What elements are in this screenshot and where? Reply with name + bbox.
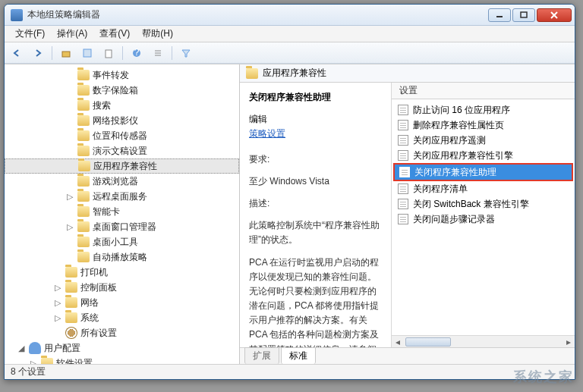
svg-rect-6 — [106, 50, 112, 58]
requirements-value: 至少 Windows Vista — [249, 174, 382, 189]
tree-item[interactable]: ▷软件设置 — [5, 356, 239, 364]
highlight-box: 关闭程序兼容性助理 — [393, 163, 573, 181]
tree-item[interactable]: ▷网络 — [5, 295, 239, 310]
help-button[interactable]: ? — [128, 45, 146, 61]
description-column: 关闭程序兼容性助理 编辑 策略设置 要求: 至少 Windows Vista 描… — [240, 83, 392, 347]
minimize-button[interactable] — [488, 8, 511, 22]
tree-item[interactable]: ▷远程桌面服务 — [5, 189, 239, 204]
list-item[interactable]: 关闭程序清单 — [393, 181, 573, 196]
forward-button[interactable] — [29, 45, 47, 61]
settings-list[interactable]: 防止访问 16 位应用程序删除程序兼容性属性页关闭应用程序遥测关闭应用程序兼容性… — [392, 99, 575, 335]
tab-standard[interactable]: 标准 — [281, 347, 316, 364]
content: 事件转发数字保险箱搜索网络投影仪位置和传感器演示文稿设置应用程序兼容性游戏浏览器… — [5, 64, 575, 364]
tree-expander-icon[interactable]: ▷ — [29, 359, 38, 365]
menu-action[interactable]: 操作(A) — [51, 26, 93, 42]
tree-item[interactable]: 桌面小工具 — [5, 234, 239, 249]
scroll-left-arrow[interactable]: ◂ — [392, 337, 404, 347]
folder-icon — [77, 206, 90, 217]
tree-item[interactable]: 智能卡 — [5, 204, 239, 219]
list-item[interactable]: 关闭 SwitchBack 兼容性引擎 — [393, 196, 573, 212]
export-button[interactable] — [99, 45, 118, 61]
view-tabs: 扩展 标准 — [240, 347, 575, 364]
folder-up-button[interactable] — [57, 45, 75, 61]
policy-icon — [398, 150, 408, 161]
column-header-settings[interactable]: 设置 — [392, 83, 575, 99]
list-item-label: 防止访问 16 位应用程序 — [413, 104, 510, 117]
tree-item[interactable]: ▷控制面板 — [5, 280, 239, 295]
scroll-right-arrow[interactable]: ▸ — [563, 337, 575, 347]
list-item-label: 删除程序兼容性属性页 — [413, 119, 504, 132]
status-text: 8 个设置 — [11, 365, 46, 378]
tree-item[interactable]: 网络投影仪 — [5, 113, 239, 128]
window-buttons — [487, 8, 572, 22]
svg-text:?: ? — [134, 48, 140, 58]
tree-item[interactable]: ▷系统 — [5, 310, 239, 325]
list-button[interactable] — [149, 45, 167, 61]
list-item[interactable]: 关闭应用程序遥测 — [393, 133, 573, 148]
tree-expander-icon[interactable]: ▷ — [53, 313, 62, 323]
details-header-title: 应用程序兼容性 — [263, 67, 326, 80]
properties-button[interactable] — [78, 45, 96, 61]
tree-item[interactable]: 所有设置 — [5, 325, 239, 340]
tree-expander-icon[interactable]: ◢ — [17, 343, 26, 353]
tree-item-label: 桌面小工具 — [93, 236, 138, 249]
menubar: 文件(F) 操作(A) 查看(V) 帮助(H) — [5, 26, 575, 42]
folder-icon — [77, 176, 90, 187]
tree-item[interactable]: 应用程序兼容性 — [5, 158, 239, 174]
tree-item[interactable]: ◢用户配置 — [5, 340, 239, 356]
tree-item[interactable]: 自动播放策略 — [5, 249, 239, 265]
tree-item[interactable]: 打印机 — [5, 265, 239, 280]
filter-button[interactable] — [177, 45, 195, 61]
tree-item-label: 演示文稿设置 — [93, 145, 147, 158]
tree-expander-icon[interactable]: ▷ — [53, 283, 62, 293]
close-button[interactable] — [537, 8, 572, 22]
tree-item-label: 位置和传感器 — [93, 130, 147, 143]
edit-policy-link[interactable]: 策略设置 — [249, 127, 382, 141]
tree-item-label: 搜索 — [93, 99, 111, 112]
list-item[interactable]: 关闭问题步骤记录器 — [393, 212, 573, 227]
tree-item[interactable]: 游戏浏览器 — [5, 174, 239, 189]
list-item[interactable]: 删除程序兼容性属性页 — [393, 118, 573, 133]
folder-icon — [78, 161, 90, 171]
tree-item[interactable]: 搜索 — [5, 98, 239, 113]
tab-extended[interactable]: 扩展 — [244, 347, 279, 364]
tree-item[interactable]: 事件转发 — [5, 67, 239, 83]
details-header: 应用程序兼容性 — [240, 64, 575, 83]
tree-item-label: 自动播放策略 — [93, 251, 147, 264]
svg-rect-5 — [84, 49, 91, 57]
folder-icon — [77, 237, 90, 247]
list-item[interactable]: 防止访问 16 位应用程序 — [393, 102, 573, 118]
folder-icon — [77, 221, 90, 232]
tree-expander-icon[interactable]: ▷ — [53, 298, 62, 308]
tree-pane[interactable]: 事件转发数字保险箱搜索网络投影仪位置和传感器演示文稿设置应用程序兼容性游戏浏览器… — [5, 64, 240, 364]
tree-item[interactable]: 演示文稿设置 — [5, 143, 239, 158]
list-item[interactable]: 关闭程序兼容性助理 — [395, 165, 572, 180]
horizontal-scrollbar[interactable]: ◂ ▸ — [392, 335, 575, 347]
tree-item-label: 智能卡 — [93, 205, 120, 218]
description-label: 描述: — [249, 196, 382, 211]
tree-item[interactable]: ▷桌面窗口管理器 — [5, 219, 239, 234]
tree-item[interactable]: 数字保险箱 — [5, 83, 239, 98]
folder-icon — [77, 252, 90, 262]
scroll-thumb[interactable] — [405, 337, 451, 347]
tree-item-label: 游戏浏览器 — [93, 175, 138, 188]
menu-file[interactable]: 文件(F) — [9, 26, 51, 42]
list-item[interactable]: 关闭应用程序兼容性引擎 — [393, 148, 573, 163]
maximize-button[interactable] — [512, 8, 535, 22]
menu-help[interactable]: 帮助(H) — [136, 26, 179, 42]
back-button[interactable] — [8, 45, 26, 61]
list-item-label: 关闭程序兼容性助理 — [414, 166, 496, 179]
tree-expander-icon[interactable]: ▷ — [65, 192, 74, 202]
details-pane: 应用程序兼容性 关闭程序兼容性助理 编辑 策略设置 要求: 至少 Windows… — [240, 64, 575, 364]
list-item-label: 关闭 SwitchBack 兼容性引擎 — [413, 198, 529, 211]
tree-expander-icon[interactable]: ▷ — [65, 222, 74, 232]
tree-item-label: 应用程序兼容性 — [93, 160, 157, 173]
toolbar-separator — [122, 46, 123, 60]
menu-view[interactable]: 查看(V) — [93, 26, 136, 42]
folder-icon — [77, 130, 90, 141]
tree-item[interactable]: 位置和传感器 — [5, 128, 239, 143]
gear-icon — [65, 327, 77, 339]
titlebar[interactable]: 本地组策略编辑器 — [5, 5, 575, 26]
tree-item-label: 软件设置 — [56, 357, 93, 365]
tree-item-label: 所有设置 — [80, 327, 117, 340]
